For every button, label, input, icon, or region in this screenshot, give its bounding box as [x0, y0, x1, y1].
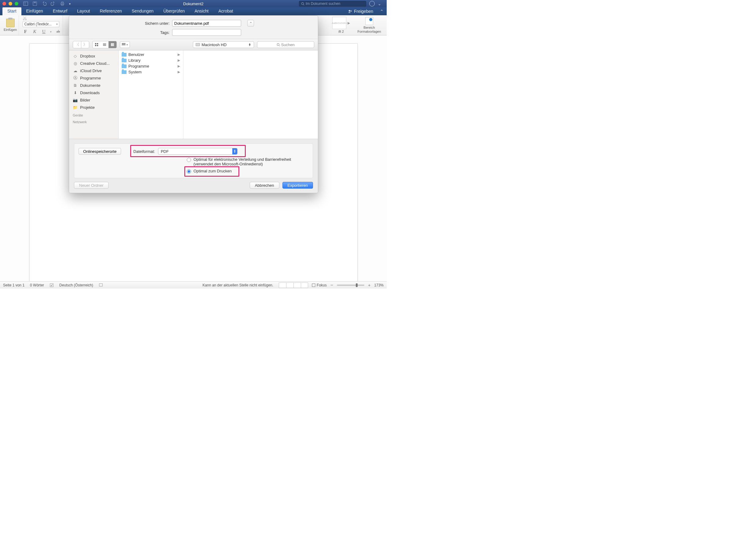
filename-input[interactable]	[172, 20, 241, 27]
back-button[interactable]: 〈	[73, 41, 81, 48]
svg-rect-12	[95, 43, 96, 44]
tab-mailings[interactable]: Sendungen	[127, 7, 159, 15]
zoom-window-button[interactable]	[15, 2, 18, 5]
titlebar: ▾ Dokument2 Im Dokument suchen ⌄	[0, 0, 387, 7]
finder-search-field[interactable]: Suchen	[257, 41, 314, 48]
favorite-dropbox[interactable]: ◇Dropbox	[69, 52, 118, 60]
radio-button-checked[interactable]	[187, 169, 191, 174]
radio-distribution-label: Optimal für elektronische Verteilung und…	[193, 157, 291, 162]
folder-users[interactable]: Benutzer▶	[119, 52, 183, 58]
creative-cloud-icon: ◎	[73, 61, 78, 66]
draft-view[interactable]	[301, 283, 308, 288]
collapse-dialog-button[interactable]: ⌃	[247, 20, 254, 27]
updown-icon: ▲▼	[249, 43, 251, 46]
spellcheck-icon[interactable]	[49, 283, 54, 287]
underline-button[interactable]: U	[41, 29, 46, 34]
sidebar-toggle-icon[interactable]	[23, 1, 28, 6]
font-family-select[interactable]: Calibri (Textkör...▾	[23, 21, 59, 27]
radio-distribution-sub: (verwendet den Microsoft-Onlinedienst)	[193, 162, 263, 166]
svg-point-28	[277, 43, 279, 45]
online-locations-button[interactable]: Onlinespeicherorte	[79, 148, 121, 155]
tab-review[interactable]: Überprüfen	[158, 7, 189, 15]
zoom-in-button[interactable]: +	[368, 283, 370, 288]
zoom-slider[interactable]	[337, 285, 364, 286]
folder-icon	[122, 65, 126, 68]
favorite-pictures[interactable]: 📷Bilder	[69, 96, 118, 104]
focus-mode-button[interactable]: Fokus	[312, 283, 327, 287]
zoom-out-button[interactable]: −	[330, 283, 333, 288]
group-by-button[interactable]: ▾	[120, 41, 130, 48]
radio-button[interactable]	[187, 158, 191, 162]
folder-system[interactable]: System▶	[119, 69, 183, 75]
column-view-button[interactable]	[109, 41, 116, 48]
italic-button[interactable]: K	[32, 29, 37, 34]
new-folder-button[interactable]: Neuer Ordner	[74, 182, 109, 189]
radio-distribution[interactable]: Optimal für elektronische Verteilung und…	[187, 157, 308, 166]
tab-layout[interactable]: Layout	[72, 7, 95, 15]
bold-button[interactable]: F	[23, 29, 28, 34]
font-format-row: F K U ▾ ab	[23, 29, 61, 34]
print-icon[interactable]	[60, 1, 65, 6]
word-count[interactable]: 0 Wörter	[30, 283, 44, 287]
icon-view-button[interactable]	[92, 41, 101, 48]
share-button[interactable]: Freigeben	[344, 7, 377, 15]
cancel-button[interactable]: Abbrechen	[250, 182, 280, 189]
list-view-button[interactable]	[101, 41, 109, 48]
web-layout-view[interactable]	[286, 283, 293, 288]
favorite-applications[interactable]: ⒶProgramme	[69, 74, 118, 82]
applications-icon: Ⓐ	[73, 75, 78, 80]
feedback-icon[interactable]	[369, 1, 375, 6]
styles-pane-label: Bereich Formatvorlagen	[356, 26, 383, 33]
favorite-downloads[interactable]: ⬇Downloads	[69, 89, 118, 96]
paste-icon[interactable]	[6, 18, 15, 27]
qat-more-icon[interactable]: ▾	[69, 2, 71, 5]
radio-print[interactable]: Optimal zum Drucken	[187, 169, 308, 174]
favorite-icloud[interactable]: ☁iCloud Drive	[69, 67, 118, 74]
outline-view[interactable]	[293, 283, 301, 288]
redo-icon[interactable]	[51, 1, 55, 6]
forward-button[interactable]: 〉	[81, 41, 89, 48]
page-counter[interactable]: Seite 1 von 1	[3, 283, 25, 287]
export-button[interactable]: Exportieren	[283, 182, 313, 189]
location-dropdown[interactable]: Macintosh HD ▲▼	[193, 41, 254, 48]
finder-toolbar: 〈 〉 ▾ Macintosh HD ▲▼ Suchen	[69, 39, 318, 50]
tab-design[interactable]: Entwurf	[48, 7, 72, 15]
group-icon	[122, 43, 126, 46]
minimize-window-button[interactable]	[8, 2, 12, 5]
tab-view[interactable]: Ansicht	[189, 7, 213, 15]
tags-input[interactable]	[172, 29, 241, 36]
tab-references[interactable]: Referenzen	[95, 7, 126, 15]
document-search-field[interactable]: Im Dokument suchen	[299, 1, 366, 6]
downloads-icon: ⬇	[73, 90, 78, 95]
folder-applications[interactable]: Programme▶	[119, 63, 183, 69]
focus-icon	[312, 283, 315, 287]
folder-library[interactable]: Library▶	[119, 58, 183, 63]
tab-acrobat[interactable]: Acrobat	[213, 7, 238, 15]
style-preview[interactable]: AaBbCcDdEe	[332, 17, 346, 29]
styles-pane-icon[interactable]	[365, 17, 373, 25]
collapse-ribbon-icon[interactable]: ⌃	[380, 7, 384, 15]
finder-search-placeholder: Suchen	[281, 42, 295, 47]
close-window-button[interactable]	[2, 2, 6, 5]
titlebar-chevron-icon[interactable]: ⌄	[378, 2, 381, 6]
cut-icon[interactable]	[23, 16, 27, 21]
strikethrough-button[interactable]: ab	[55, 29, 61, 34]
format-panel: Onlinespeicherorte Dateiformat: PDF ▲▼ O…	[74, 143, 313, 178]
location-label: Macintosh HD	[202, 42, 227, 47]
print-layout-view[interactable]	[279, 283, 286, 288]
language-indicator[interactable]: Deutsch (Österreich)	[59, 283, 93, 287]
zoom-level[interactable]: 173%	[374, 283, 384, 287]
notes-icon[interactable]	[99, 283, 103, 287]
tab-start[interactable]: Start	[2, 7, 22, 15]
favorite-projects[interactable]: 📁Projekte	[69, 104, 118, 111]
document-title: Dokument2	[183, 2, 203, 6]
svg-rect-30	[50, 283, 53, 287]
save-icon[interactable]	[32, 1, 37, 6]
disk-icon	[196, 43, 200, 46]
file-format-select[interactable]: PDF ▲▼	[158, 148, 237, 155]
favorite-documents[interactable]: 🗎Dokumente	[69, 82, 118, 89]
tab-insert[interactable]: Einfügen	[22, 7, 48, 15]
undo-icon[interactable]	[42, 1, 46, 6]
favorite-creative-cloud[interactable]: ◎Creative Cloud...	[69, 60, 118, 67]
styles-pane-group: Bereich Formatvorlagen	[354, 15, 385, 35]
